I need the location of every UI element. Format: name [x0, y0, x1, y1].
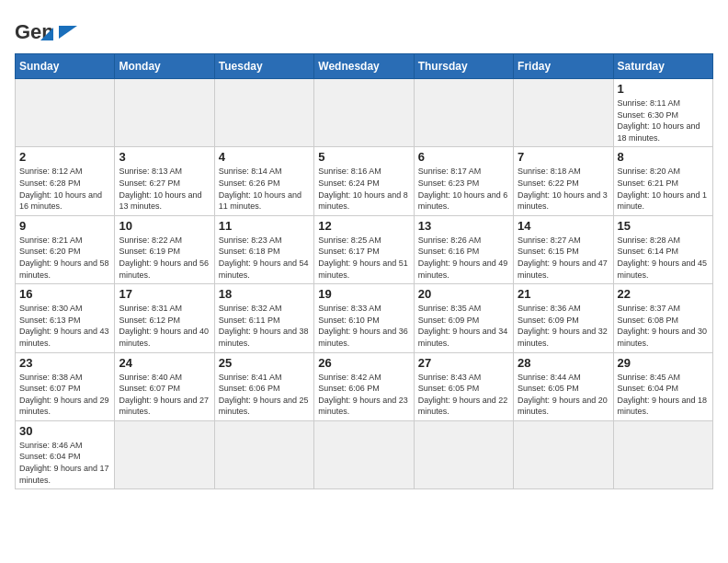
calendar-cell: 4Sunrise: 8:14 AM Sunset: 6:26 PM Daylig…	[214, 147, 313, 215]
day-number: 12	[318, 219, 409, 233]
day-info: Sunrise: 8:44 AM Sunset: 6:05 PM Dayligh…	[518, 372, 609, 418]
calendar-cell: 6Sunrise: 8:17 AM Sunset: 6:23 PM Daylig…	[414, 147, 513, 215]
calendar-week-row: 1Sunrise: 8:11 AM Sunset: 6:30 PM Daylig…	[16, 79, 713, 147]
day-number: 25	[219, 356, 310, 370]
calendar-cell	[414, 79, 513, 147]
calendar-cell: 25Sunrise: 8:41 AM Sunset: 6:06 PM Dayli…	[214, 352, 313, 420]
day-info: Sunrise: 8:16 AM Sunset: 6:24 PM Dayligh…	[318, 166, 409, 212]
day-info: Sunrise: 8:37 AM Sunset: 6:08 PM Dayligh…	[618, 303, 709, 349]
day-number: 22	[618, 287, 709, 301]
day-info: Sunrise: 8:33 AM Sunset: 6:10 PM Dayligh…	[318, 303, 409, 349]
calendar-week-row: 23Sunrise: 8:38 AM Sunset: 6:07 PM Dayli…	[16, 352, 713, 420]
day-number: 2	[19, 150, 110, 164]
day-info: Sunrise: 8:36 AM Sunset: 6:09 PM Dayligh…	[518, 303, 609, 349]
calendar-cell: 12Sunrise: 8:25 AM Sunset: 6:17 PM Dayli…	[314, 215, 414, 283]
calendar-cell	[115, 420, 214, 488]
calendar-cell: 27Sunrise: 8:43 AM Sunset: 6:05 PM Dayli…	[414, 352, 513, 420]
day-info: Sunrise: 8:12 AM Sunset: 6:28 PM Dayligh…	[19, 166, 110, 212]
day-info: Sunrise: 8:46 AM Sunset: 6:04 PM Dayligh…	[19, 440, 110, 486]
day-number: 17	[119, 287, 210, 301]
calendar-cell: 2Sunrise: 8:12 AM Sunset: 6:28 PM Daylig…	[16, 147, 115, 215]
day-info: Sunrise: 8:40 AM Sunset: 6:07 PM Dayligh…	[119, 372, 210, 418]
calendar-cell: 26Sunrise: 8:42 AM Sunset: 6:06 PM Dayli…	[314, 352, 414, 420]
day-info: Sunrise: 8:38 AM Sunset: 6:07 PM Dayligh…	[19, 372, 110, 418]
day-info: Sunrise: 8:18 AM Sunset: 6:22 PM Dayligh…	[518, 166, 609, 212]
day-number: 26	[318, 356, 409, 370]
calendar-cell: 3Sunrise: 8:13 AM Sunset: 6:27 PM Daylig…	[115, 147, 214, 215]
day-number: 27	[418, 356, 509, 370]
logo-area: General	[15, 15, 77, 42]
calendar-cell	[214, 420, 313, 488]
day-number: 15	[618, 219, 709, 233]
calendar-cell: 30Sunrise: 8:46 AM Sunset: 6:04 PM Dayli…	[16, 420, 115, 488]
calendar-cell: 20Sunrise: 8:35 AM Sunset: 6:09 PM Dayli…	[414, 284, 513, 352]
day-of-week-header: Monday	[115, 54, 214, 79]
day-number: 4	[219, 150, 310, 164]
calendar-cell: 9Sunrise: 8:21 AM Sunset: 6:20 PM Daylig…	[16, 215, 115, 283]
calendar: SundayMondayTuesdayWednesdayThursdayFrid…	[15, 53, 713, 489]
calendar-cell: 23Sunrise: 8:38 AM Sunset: 6:07 PM Dayli…	[16, 352, 115, 420]
day-number: 30	[19, 424, 110, 438]
day-number: 13	[418, 219, 509, 233]
day-number: 11	[219, 219, 310, 233]
day-number: 3	[119, 150, 210, 164]
day-info: Sunrise: 8:41 AM Sunset: 6:06 PM Dayligh…	[219, 372, 310, 418]
day-info: Sunrise: 8:23 AM Sunset: 6:18 PM Dayligh…	[219, 235, 310, 281]
day-number: 28	[518, 356, 609, 370]
calendar-cell	[214, 79, 313, 147]
day-of-week-header: Friday	[514, 54, 613, 79]
day-info: Sunrise: 8:32 AM Sunset: 6:11 PM Dayligh…	[219, 303, 310, 349]
day-number: 18	[219, 287, 310, 301]
calendar-cell: 5Sunrise: 8:16 AM Sunset: 6:24 PM Daylig…	[314, 147, 414, 215]
day-number: 1	[618, 82, 709, 96]
calendar-cell: 18Sunrise: 8:32 AM Sunset: 6:11 PM Dayli…	[214, 284, 313, 352]
day-of-week-header: Thursday	[414, 54, 513, 79]
day-info: Sunrise: 8:28 AM Sunset: 6:14 PM Dayligh…	[618, 235, 709, 281]
calendar-cell: 17Sunrise: 8:31 AM Sunset: 6:12 PM Dayli…	[115, 284, 214, 352]
day-info: Sunrise: 8:13 AM Sunset: 6:27 PM Dayligh…	[119, 166, 210, 212]
day-of-week-header: Saturday	[613, 54, 712, 79]
day-number: 6	[418, 150, 509, 164]
calendar-cell: 10Sunrise: 8:22 AM Sunset: 6:19 PM Dayli…	[115, 215, 214, 283]
calendar-week-row: 16Sunrise: 8:30 AM Sunset: 6:13 PM Dayli…	[16, 284, 713, 352]
day-number: 16	[19, 287, 110, 301]
logo-triangle	[59, 26, 77, 39]
svg-marker-2	[59, 26, 77, 39]
calendar-cell: 29Sunrise: 8:45 AM Sunset: 6:04 PM Dayli…	[613, 352, 712, 420]
calendar-week-row: 2Sunrise: 8:12 AM Sunset: 6:28 PM Daylig…	[16, 147, 713, 215]
day-number: 8	[618, 150, 709, 164]
day-number: 29	[618, 356, 709, 370]
logo-icon: General	[15, 15, 53, 50]
calendar-cell: 22Sunrise: 8:37 AM Sunset: 6:08 PM Dayli…	[613, 284, 712, 352]
calendar-cell: 28Sunrise: 8:44 AM Sunset: 6:05 PM Dayli…	[514, 352, 613, 420]
day-info: Sunrise: 8:14 AM Sunset: 6:26 PM Dayligh…	[219, 166, 310, 212]
header: General	[15, 15, 713, 42]
day-number: 14	[518, 219, 609, 233]
calendar-cell	[514, 79, 613, 147]
day-info: Sunrise: 8:11 AM Sunset: 6:30 PM Dayligh…	[618, 98, 709, 144]
day-info: Sunrise: 8:21 AM Sunset: 6:20 PM Dayligh…	[19, 235, 110, 281]
day-number: 7	[518, 150, 609, 164]
calendar-cell: 8Sunrise: 8:20 AM Sunset: 6:21 PM Daylig…	[613, 147, 712, 215]
day-of-week-header: Sunday	[16, 54, 115, 79]
calendar-cell	[314, 420, 414, 488]
day-number: 20	[418, 287, 509, 301]
day-number: 19	[318, 287, 409, 301]
calendar-cell: 7Sunrise: 8:18 AM Sunset: 6:22 PM Daylig…	[514, 147, 613, 215]
day-info: Sunrise: 8:45 AM Sunset: 6:04 PM Dayligh…	[618, 372, 709, 418]
day-number: 21	[518, 287, 609, 301]
calendar-cell	[414, 420, 513, 488]
calendar-header-row: SundayMondayTuesdayWednesdayThursdayFrid…	[16, 54, 713, 79]
calendar-cell: 19Sunrise: 8:33 AM Sunset: 6:10 PM Dayli…	[314, 284, 414, 352]
calendar-cell	[613, 420, 712, 488]
calendar-cell	[115, 79, 214, 147]
day-info: Sunrise: 8:31 AM Sunset: 6:12 PM Dayligh…	[119, 303, 210, 349]
day-info: Sunrise: 8:20 AM Sunset: 6:21 PM Dayligh…	[618, 166, 709, 212]
day-number: 5	[318, 150, 409, 164]
calendar-cell: 15Sunrise: 8:28 AM Sunset: 6:14 PM Dayli…	[613, 215, 712, 283]
day-info: Sunrise: 8:25 AM Sunset: 6:17 PM Dayligh…	[318, 235, 409, 281]
calendar-cell: 13Sunrise: 8:26 AM Sunset: 6:16 PM Dayli…	[414, 215, 513, 283]
day-info: Sunrise: 8:30 AM Sunset: 6:13 PM Dayligh…	[19, 303, 110, 349]
calendar-cell	[314, 79, 414, 147]
day-number: 24	[119, 356, 210, 370]
